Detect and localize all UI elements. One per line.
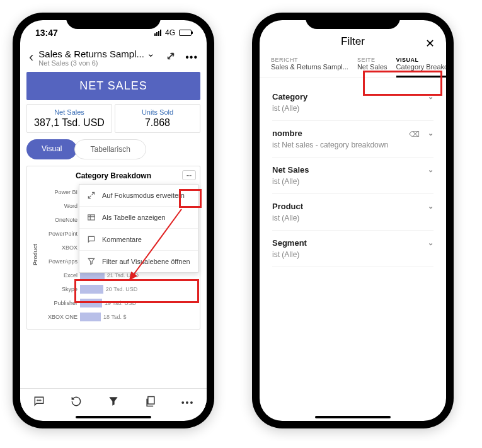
back-button[interactable]: ‹ — [29, 49, 33, 66]
tab-visual[interactable]: Visual — [26, 139, 77, 159]
menu-show-table[interactable]: Als Tabelle anzeigen — [79, 207, 198, 229]
notch — [66, 13, 161, 29]
filter-item[interactable]: Product⌄ ist (Alle) — [272, 194, 433, 231]
filter-field-desc: ist (Alle) — [272, 250, 433, 259]
screen-right: Filter ✕ BERICHT Sales & Returns Sampl..… — [260, 20, 446, 421]
report-title: Sales & Returns Sampl... — [38, 49, 144, 59]
svg-rect-0 — [88, 215, 95, 220]
bar-category-label: XBOX — [40, 244, 77, 251]
filter-field-name: Net Sales⌄ — [272, 165, 433, 175]
bar-row[interactable]: Skype 20 Tsd. USD — [40, 282, 196, 296]
bar-value-label: 19 Tsd. USD — [105, 299, 136, 307]
bar-category-label: OneNote — [40, 217, 77, 223]
chevron-down-icon: ⌄ — [147, 48, 155, 59]
bar-category-label: Skype — [40, 286, 77, 292]
svg-point-2 — [38, 399, 39, 400]
chevron-down-icon: ⌄ — [428, 202, 433, 210]
filter-icon — [87, 257, 96, 266]
menu-label: Als Tabelle anzeigen — [102, 214, 166, 221]
filter-item[interactable]: Category⌄ ist (Alle) — [272, 84, 433, 121]
close-button[interactable]: ✕ — [425, 37, 435, 50]
menu-open-filter[interactable]: Filter auf Visualebene öffnen — [79, 251, 198, 272]
kpi-value: 387,1 Tsd. USD — [31, 117, 108, 129]
bar-track: 20 Tsd. USD — [80, 285, 196, 294]
scope-value: Sales & Returns Sampl... — [271, 63, 348, 71]
bar-fill — [80, 299, 102, 307]
kpi-row: Net Sales 387,1 Tsd. USD Units Sold 7.86… — [26, 104, 200, 133]
visual-more-button[interactable]: ··· — [182, 170, 196, 180]
bar-category-label: PowerApps — [40, 258, 77, 265]
chevron-down-icon: ⌄ — [428, 166, 433, 174]
page-header: ‹ Sales & Returns Sampl...⌄ Net Sales (3… — [20, 45, 207, 72]
filter-title: Filter — [260, 35, 446, 48]
signal-icon — [154, 30, 161, 36]
kpi-label: Units Sold — [119, 108, 196, 116]
chevron-down-icon: ⌄ — [428, 129, 433, 137]
svg-point-1 — [37, 399, 38, 400]
scope-value: Category Breakdown — [396, 63, 446, 71]
pages-button[interactable] — [144, 395, 157, 410]
network-label: 4G — [165, 28, 175, 37]
home-indicator[interactable] — [315, 416, 391, 418]
reset-button[interactable] — [70, 395, 83, 410]
kpi-units-sold[interactable]: Units Sold 7.868 — [115, 104, 200, 133]
bottom-toolbar: ••• — [20, 388, 207, 416]
scope-header: VISUAL — [396, 57, 446, 63]
bar-value-label: 20 Tsd. USD — [106, 285, 137, 294]
bar-track: 19 Tsd. USD — [80, 299, 196, 307]
menu-label: Auf Fokusmodus erweitern — [102, 192, 185, 199]
eraser-icon[interactable]: ⌫ — [409, 130, 420, 139]
bar-category-label: Publisher — [40, 300, 77, 306]
filter-item[interactable]: Net Sales⌄ ist (Alle) — [272, 158, 433, 194]
bar-category-label: Power BI — [40, 189, 77, 195]
tab-table[interactable]: Tabellarisch — [74, 139, 146, 159]
bar-fill — [80, 313, 101, 321]
y-axis-label: Product — [31, 185, 40, 324]
scope-visual[interactable]: VISUAL Category Breakdown — [396, 57, 446, 78]
menu-comments[interactable]: Kommentare — [79, 229, 198, 251]
comments-button[interactable] — [33, 395, 45, 410]
filter-field-desc: ist Net sales - category breakdown — [272, 141, 433, 149]
phone-left: 13:47 4G ‹ Sales & Returns Sampl...⌄ Net… — [13, 13, 214, 428]
kpi-value: 7.868 — [119, 117, 196, 129]
scope-report[interactable]: BERICHT Sales & Returns Sampl... — [271, 57, 348, 78]
filter-field-name: Segment⌄ — [272, 238, 433, 248]
bar-track: 18 Tsd. $ — [80, 313, 196, 321]
bar-category-label: Excel — [40, 272, 77, 279]
filter-item[interactable]: nombre⌄ ⌫ ist Net sales - category break… — [272, 121, 433, 158]
bar-value-label: 18 Tsd. $ — [103, 313, 126, 321]
menu-focus-mode[interactable]: Auf Fokusmodus erweitern — [79, 185, 198, 207]
scope-value: Net Sales — [357, 63, 387, 71]
comment-icon — [87, 235, 96, 244]
filter-field-desc: ist (Alle) — [272, 177, 433, 186]
bar-category-label: XBOX ONE — [40, 314, 77, 320]
phone-right: Filter ✕ BERICHT Sales & Returns Sampl..… — [252, 13, 454, 428]
focus-icon — [87, 191, 96, 200]
bar-row[interactable]: Publisher 19 Tsd. USD — [40, 296, 196, 310]
bar-category-label: PowerPoint — [40, 231, 77, 237]
more-button[interactable]: ••• — [181, 398, 195, 408]
bar-row[interactable]: XBOX ONE 18 Tsd. $ — [40, 310, 196, 324]
bar-category-label: Word — [40, 203, 77, 209]
header-titles[interactable]: Sales & Returns Sampl...⌄ Net Sales (3 v… — [38, 48, 160, 67]
more-icon[interactable]: ••• — [185, 52, 198, 63]
view-toggle: Visual Tabellarisch — [26, 139, 200, 159]
chevron-down-icon: ⌄ — [428, 239, 433, 247]
scope-header: BERICHT — [271, 57, 348, 63]
filter-item[interactable]: Segment⌄ ist (Alle) — [272, 231, 433, 267]
kpi-net-sales[interactable]: Net Sales 387,1 Tsd. USD — [26, 104, 112, 133]
home-indicator[interactable] — [76, 416, 151, 418]
notch — [306, 13, 400, 29]
filter-field-name: Category⌄ — [272, 92, 433, 101]
filter-button[interactable] — [107, 395, 120, 410]
scope-page[interactable]: SEITE Net Sales — [357, 57, 387, 78]
chart-card: Category Breakdown ··· Auf Fokusmodus er… — [26, 166, 200, 330]
status-right: 4G — [154, 28, 192, 37]
expand-icon[interactable] — [165, 50, 176, 64]
scope-header: SEITE — [357, 57, 387, 63]
filter-scope-tabs: BERICHT Sales & Returns Sampl... SEITE N… — [260, 57, 446, 78]
battery-icon — [179, 30, 192, 36]
menu-label: Filter auf Visualebene öffnen — [102, 258, 190, 265]
svg-point-3 — [40, 399, 41, 400]
net-sales-banner: NET SALES — [26, 72, 200, 100]
